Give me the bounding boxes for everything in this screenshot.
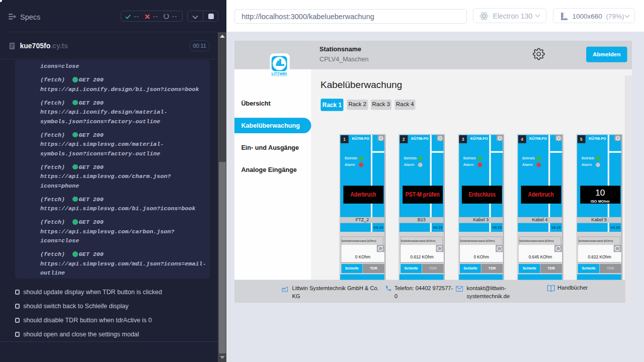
svg-text:LITTWIN: LITTWIN	[271, 71, 287, 75]
